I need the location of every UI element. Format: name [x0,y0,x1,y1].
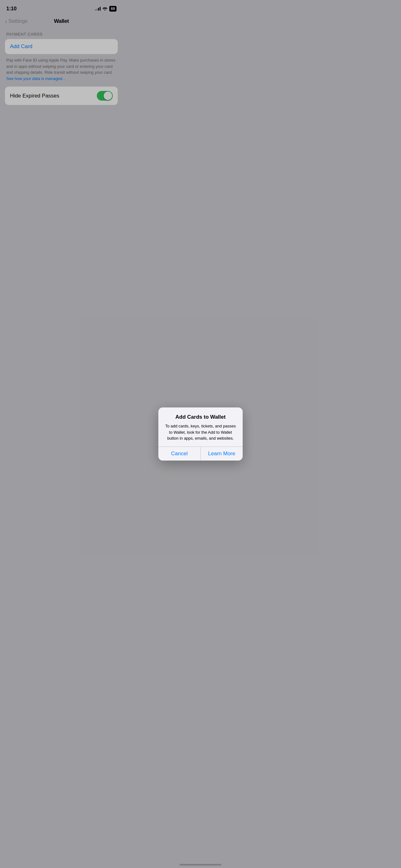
dialog-overlay: Add Cards to Wallet To add cards, keys, … [0,0,123,266]
